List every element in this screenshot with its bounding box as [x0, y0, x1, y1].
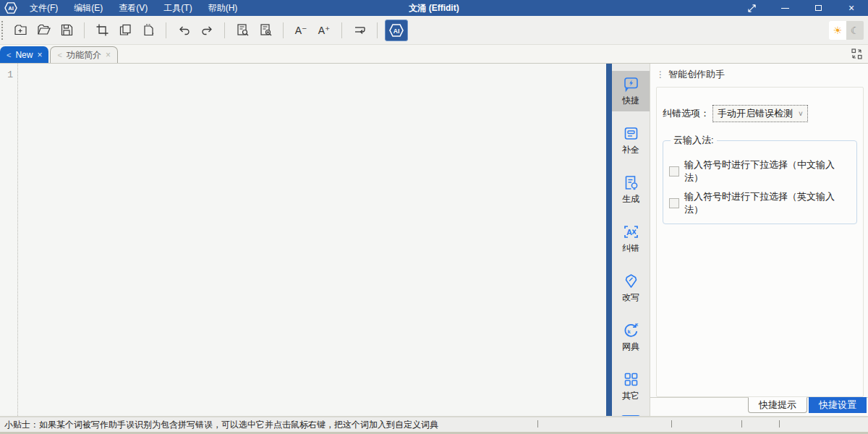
menu-edit[interactable]: 编辑(E) — [66, 0, 111, 16]
word-wrap-icon — [353, 23, 367, 37]
font-increase-button[interactable]: A⁺ — [313, 20, 335, 41]
light-theme-button[interactable]: ☀ — [829, 21, 846, 40]
shortcut-tips-button[interactable]: 快捷提示 — [748, 397, 807, 413]
menu-view[interactable]: 查看(V) — [111, 0, 156, 16]
sidebar-item-label: 补全 — [622, 144, 639, 156]
drag-handle-icon[interactable]: ⋮ — [656, 69, 664, 80]
editor-area[interactable]: 1 — [0, 64, 606, 416]
correction-option-label: 纠错选项： — [663, 107, 710, 120]
generate-doc-icon — [623, 174, 639, 191]
tab-new[interactable]: < New × — [0, 46, 48, 63]
find-document-icon — [236, 23, 250, 37]
correction-mode-dropdown[interactable]: 手动开启错误检测 ˅ — [712, 105, 808, 122]
toolbar-separator — [224, 22, 225, 38]
word-wrap-button[interactable] — [349, 20, 370, 41]
restore-size-button[interactable] — [735, 0, 768, 16]
panel-body: 纠错选项： 手动开启错误检测 ˅ 云输入法: 输入符号时进行下拉选择（中文输入法… — [656, 87, 864, 397]
tab-label: New — [15, 50, 33, 60]
checkbox-unchecked[interactable] — [669, 198, 679, 208]
cloud-ime-legend: 云输入法: — [671, 134, 717, 147]
maximize-icon — [815, 5, 822, 11]
sidebar-item-label: 纠错 — [622, 242, 639, 255]
toolbar-separator — [341, 22, 342, 38]
undo-button[interactable] — [173, 20, 195, 41]
sidebar-item-rewrite[interactable]: 改写 — [612, 268, 650, 308]
menu-file[interactable]: 文件(F) — [22, 0, 66, 16]
sidebar-item-label: 改写 — [622, 292, 639, 304]
tab-feature-intro[interactable]: < 功能简介 × — [50, 46, 117, 63]
dark-theme-button[interactable]: ☾ — [846, 21, 864, 40]
line-number: 1 — [7, 69, 13, 80]
status-tip: 小贴士：如果某个词被写作助手误识别为包含拼写错误，可以选中它并点击鼠标右键，把这… — [4, 419, 438, 431]
spellcheck-icon: A — [623, 224, 639, 240]
gem-rewrite-icon — [623, 273, 639, 289]
ai-assistant-button[interactable]: AI — [385, 20, 408, 41]
redo-button[interactable] — [196, 20, 218, 41]
sidebar-item-correct[interactable]: A 纠错 — [612, 218, 650, 259]
svg-text:AI: AI — [393, 27, 400, 34]
toolbar-separator — [166, 22, 166, 38]
dropdown-value: 手动开启错误检测 — [718, 107, 793, 120]
sidebar-item-label: 其它 — [622, 390, 639, 402]
theme-toggle: ☀ ☾ — [829, 21, 864, 40]
maximize-button[interactable] — [801, 0, 835, 16]
save-button[interactable] — [56, 20, 77, 41]
paste-button[interactable] — [137, 20, 159, 41]
sidebar-item-shortcut[interactable]: 快捷 — [612, 71, 650, 111]
panel-title: 智能创作助手 — [668, 68, 725, 81]
tab-label: 功能简介 — [67, 49, 101, 61]
shortcut-settings-button[interactable]: 快捷设置 — [809, 397, 867, 413]
status-separator — [779, 420, 780, 427]
minimize-icon — [781, 8, 789, 9]
sidebar-item-dictionary[interactable]: k x 网典 — [612, 317, 650, 357]
app-logo-icon: AI — [0, 2, 22, 14]
panel-footer: 快捷提示 快捷设置 — [650, 397, 868, 416]
tab-history-icon[interactable]: < — [57, 51, 61, 59]
toolbar-separator — [377, 22, 378, 38]
checkbox-row-english-ime[interactable]: 输入符号时进行下拉选择（英文输入法） — [669, 190, 851, 216]
close-button[interactable]: × — [835, 0, 868, 16]
font-decrease-button[interactable]: A⁻ — [290, 20, 312, 41]
tab-history-icon[interactable]: < — [7, 51, 11, 59]
line-number-gutter: 1 — [0, 64, 18, 416]
cut-button[interactable] — [91, 20, 113, 41]
redo-icon — [200, 23, 214, 37]
tab-close-icon[interactable]: × — [37, 50, 42, 60]
tab-close-icon[interactable]: × — [106, 50, 111, 60]
sun-icon: ☀ — [833, 25, 843, 36]
find-button[interactable] — [231, 20, 253, 41]
new-file-icon — [14, 23, 27, 37]
sidebar-item-label: 网典 — [622, 341, 639, 353]
layout-swap-button[interactable] — [851, 48, 862, 59]
grid-icon — [623, 371, 639, 388]
toolbar-separator — [283, 22, 284, 38]
lightning-bubble-icon — [623, 76, 639, 93]
tabbar: < New × < 功能简介 × — [0, 45, 868, 64]
editor-scrollbar[interactable] — [606, 64, 612, 416]
new-file-button[interactable] — [9, 20, 31, 41]
checkbox-row-chinese-ime[interactable]: 输入符号时进行下拉选择（中文输入法） — [669, 158, 851, 184]
checkbox-unchecked[interactable] — [669, 166, 679, 176]
find-replace-icon — [259, 23, 273, 37]
window-controls: × — [735, 0, 868, 16]
minimize-button[interactable] — [768, 0, 801, 16]
menu-help[interactable]: 帮助(H) — [200, 0, 246, 16]
find-replace-button[interactable] — [255, 20, 276, 41]
cloud-ime-group: 云输入法: 输入符号时进行下拉选择（中文输入法） 输入符号时进行下拉选择（英文输… — [663, 134, 857, 224]
copy-button[interactable] — [114, 20, 136, 41]
dictionary-refresh-icon: k x — [623, 322, 639, 339]
paste-icon — [142, 23, 156, 37]
status-separator — [537, 420, 538, 427]
chevron-down-icon: ˅ — [799, 110, 803, 118]
checkbox-label: 输入符号时进行下拉选择（英文输入法） — [684, 190, 851, 216]
menu-tools[interactable]: 工具(T) — [156, 0, 200, 16]
toolbar-grip[interactable] — [1, 21, 9, 40]
save-icon — [60, 23, 74, 37]
open-folder-icon — [37, 23, 51, 37]
svg-text:k: k — [627, 328, 631, 335]
correction-option-row: 纠错选项： 手动开启错误检测 ˅ — [663, 105, 857, 122]
open-file-button[interactable] — [33, 20, 54, 41]
sidebar-item-generate[interactable]: 生成 — [612, 169, 650, 210]
sidebar-item-other[interactable]: 其它 — [612, 366, 650, 407]
sidebar-item-completion[interactable]: 补全 — [612, 120, 650, 161]
